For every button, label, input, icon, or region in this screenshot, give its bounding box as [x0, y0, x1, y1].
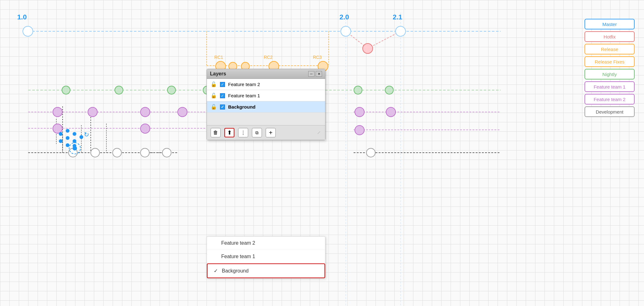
legend-ft1[interactable]: Feature team 1: [585, 81, 635, 92]
layer-row-bg[interactable]: 🔓 ✓ Background: [207, 101, 325, 113]
legend-nightly[interactable]: Nightly: [585, 69, 635, 79]
node-ft1-r2[interactable]: [386, 107, 396, 117]
rc2-label: RC2: [264, 55, 273, 60]
layers-panel: Layers ─ ✕ 🔓 ✓ Feature team 2 🔓 ✓ Featur…: [207, 69, 325, 140]
version-label-1: 1.0: [17, 13, 27, 21]
layers-minimize-btn[interactable]: ─: [308, 71, 314, 77]
layers-title: Layers: [210, 71, 226, 77]
dropdown-menu: Feature team 2 Feature team 1 ✓ Backgrou…: [207, 236, 325, 278]
node-hotfix[interactable]: [362, 43, 373, 54]
legend-release[interactable]: Release: [585, 44, 635, 54]
lock-icon-bg: 🔓: [211, 104, 217, 110]
checkbox-ft1[interactable]: ✓: [220, 93, 225, 98]
dropdown-label-ft1: Feature team 1: [221, 254, 255, 259]
node-ft1-4[interactable]: [177, 107, 187, 117]
layer-label-bg: Background: [228, 104, 256, 110]
blue-dot-2: [66, 129, 69, 133]
layers-close-btn[interactable]: ✕: [316, 71, 322, 77]
menu-layer-btn[interactable]: ⋮: [238, 128, 248, 137]
layer-label-ft2: Feature team 2: [228, 82, 260, 87]
node-nightly-5[interactable]: [354, 86, 362, 94]
add-layer-btn[interactable]: +: [266, 128, 276, 137]
rc1-label: RC1: [214, 55, 223, 60]
node-nightly-2[interactable]: [115, 86, 123, 94]
layer-label-ft1: Feature team 1: [228, 93, 260, 98]
node-nightly-6[interactable]: [385, 86, 394, 94]
node-nightly-3[interactable]: [167, 86, 176, 94]
checkbox-bg[interactable]: ✓: [220, 105, 225, 110]
layers-title-controls: ─ ✕: [308, 71, 322, 77]
check-mark-bg: ✓: [214, 268, 219, 274]
node-ft1-1[interactable]: [53, 107, 63, 117]
dropdown-label-ft2: Feature team 2: [221, 240, 255, 246]
node-master-2[interactable]: [340, 26, 351, 37]
rc3-label: RC3: [313, 55, 322, 60]
node-master-3[interactable]: [395, 26, 406, 37]
lock-icon-ft1: 🔓: [211, 93, 217, 99]
lock-icon-ft2: 🔓: [211, 81, 217, 87]
legend-hotfix[interactable]: Hotfix: [585, 31, 635, 42]
node-ft1-r1[interactable]: [355, 107, 365, 117]
node-master-1[interactable]: [23, 26, 33, 37]
node-dev-3[interactable]: [112, 148, 122, 157]
version-label-2: 2.0: [340, 13, 349, 21]
dropdown-item-ft1[interactable]: Feature team 1: [207, 250, 325, 263]
layers-title-bar: Layers ─ ✕: [207, 69, 325, 79]
node-ft1-2[interactable]: [88, 107, 98, 117]
node-dev-4[interactable]: [140, 148, 150, 157]
rotate-icon[interactable]: ↻: [84, 131, 89, 138]
node-dev-5[interactable]: [162, 148, 171, 157]
blue-dot-1: [59, 132, 63, 136]
checkbox-ft2[interactable]: ✓: [220, 82, 225, 87]
layer-row-ft1[interactable]: 🔓 ✓ Feature team 1: [207, 90, 325, 101]
export-layer-btn[interactable]: ⬆: [224, 128, 234, 137]
legend-master[interactable]: Master: [585, 19, 635, 29]
layer-spacer: [207, 113, 325, 125]
node-ft2-2[interactable]: [140, 124, 150, 134]
duplicate-layer-btn[interactable]: ⧉: [252, 128, 262, 137]
layer-toolbar: 🗑 ⬆ ⋮ ⧉ + ⟋: [207, 125, 325, 140]
legend-release-fixes[interactable]: Release Fixes: [585, 56, 635, 67]
blue-dot-7: [79, 135, 83, 139]
legend-panel: Master Hotfix Release Release Fixes Nigh…: [585, 19, 635, 117]
selected-node-center: [73, 146, 77, 150]
node-dev-2[interactable]: [90, 148, 100, 157]
node-dev-r1[interactable]: [366, 148, 376, 157]
legend-dev[interactable]: Development: [585, 106, 635, 117]
layer-row-ft2[interactable]: 🔓 ✓ Feature team 2: [207, 79, 325, 90]
version-label-21: 2.1: [393, 13, 402, 21]
resize-handle: ⟋: [316, 130, 321, 135]
blue-dot-3: [73, 132, 76, 136]
dropdown-item-ft2[interactable]: Feature team 2: [207, 237, 325, 250]
node-ft2-r1[interactable]: [355, 125, 365, 135]
blue-dot-4: [59, 139, 63, 143]
blue-dot-5: [66, 136, 69, 140]
dropdown-label-bg: Background: [222, 268, 248, 274]
node-ft1-3[interactable]: [140, 107, 150, 117]
node-nightly-1[interactable]: [62, 86, 70, 94]
legend-ft2[interactable]: Feature team 2: [585, 94, 635, 105]
dropdown-item-bg[interactable]: ✓ Background: [207, 263, 325, 278]
delete-layer-btn[interactable]: 🗑: [211, 128, 221, 137]
